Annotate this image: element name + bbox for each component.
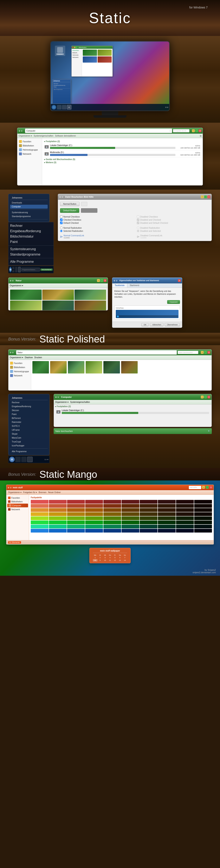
swatch-ye7[interactable] [140, 512, 157, 516]
thumb-3[interactable] [74, 289, 106, 300]
drive-d-item[interactable]: 💾 Multimedia (D:) NTFS 643 GB frei von 4… [43, 150, 201, 157]
menu-rechner[interactable]: Rechner [8, 223, 53, 228]
taskbar-icon-2[interactable] [15, 267, 17, 272]
p-suite[interactable]: SUITE II [10, 424, 48, 428]
swatch-y7[interactable] [140, 508, 157, 512]
swatch-yg2[interactable] [49, 517, 67, 520]
default-button[interactable]: Default Button [60, 208, 79, 213]
p-alle[interactable]: Alle Programme [10, 450, 48, 454]
swatch-y5[interactable] [103, 508, 121, 512]
swatch-t8[interactable] [158, 525, 176, 528]
mango-netzwerk[interactable]: Netzwerk [6, 507, 29, 511]
swatch-o7[interactable] [140, 504, 157, 508]
swatch-t7[interactable] [140, 525, 157, 528]
checkbox-default[interactable]: Default Checked [60, 222, 133, 224]
swatch-b3[interactable] [67, 529, 85, 532]
swatch-ye8[interactable] [158, 512, 176, 516]
swatch-ye6[interactable] [121, 512, 139, 516]
polished-close[interactable]: ✕ [208, 351, 210, 354]
polished-address[interactable]: Natur [16, 350, 177, 355]
sidebar-heimnetzgruppe[interactable]: Heimnetzgruppe [17, 148, 42, 152]
search-field-taskbar[interactable]: Programme/Dateien... [21, 268, 40, 272]
polished-thumb-6[interactable] [121, 361, 138, 373]
swatch-g6[interactable] [121, 521, 139, 524]
start-button[interactable]: ⊞ [9, 267, 11, 272]
sidebar-favoriten[interactable]: Favoriten [17, 140, 42, 144]
thumb-close[interactable]: ✕ [104, 279, 107, 282]
ubernehmen-button[interactable]: Übernehmen [165, 323, 180, 327]
p-taskbar-icon-2[interactable] [21, 457, 27, 462]
menu-eingabeaufforderung[interactable]: Eingabeaufforderung [8, 228, 53, 234]
polished-min[interactable]: ─ [201, 351, 204, 354]
menu-systemsteuerung2[interactable]: Systemsteuerung [8, 246, 53, 252]
swatch-ye3[interactable] [67, 512, 85, 516]
swatch-yg4[interactable] [85, 517, 103, 520]
p-paint[interactable]: Paint [10, 412, 48, 416]
swatch-g1[interactable] [31, 521, 48, 524]
commandlink-normal[interactable]: ⊳ Normal CommandLink Subtitle [60, 235, 133, 239]
swatch-g3[interactable] [67, 521, 85, 524]
mango-min[interactable]: ─ [202, 486, 205, 489]
taskbar-icon-3[interactable] [18, 267, 21, 272]
polished-favoriten[interactable]: Favoriten [8, 361, 31, 365]
swatch-y2[interactable] [49, 508, 67, 512]
p-eingabe[interactable]: Eingabeaufforderung [10, 404, 48, 408]
address-bar[interactable]: Computer ▸ [25, 128, 172, 133]
polished-thumb-4[interactable] [86, 361, 102, 373]
thumb-4[interactable] [10, 301, 42, 310]
search-box[interactable]: Computer durchi... [173, 129, 189, 132]
sidebar-netzwerk[interactable]: Netzwerk [17, 152, 42, 156]
start-menu-item-downloads[interactable]: Downloads [10, 201, 48, 205]
close-button[interactable]: ✕ [198, 129, 201, 132]
normal-button[interactable]: Normal Button [60, 202, 79, 206]
swatch-t5[interactable] [103, 525, 121, 528]
p-ulframe[interactable]: UlFrame [10, 428, 48, 432]
menu-bildschirmstatur[interactable]: Bildschirmstatur [8, 234, 53, 239]
swatch-yg7[interactable] [140, 517, 157, 520]
mango-bibliotheken[interactable]: Bibliotheken [6, 500, 29, 503]
mango-close[interactable]: ✕ [210, 486, 212, 489]
swatch-r7[interactable] [140, 500, 157, 504]
swatch-g7[interactable] [140, 521, 157, 524]
taskbar-icon-1[interactable]: 🗁 [12, 267, 14, 272]
swatch-o1[interactable] [31, 504, 48, 508]
polished-thumb-1[interactable] [32, 361, 49, 373]
p-manycam[interactable]: ManyCam [10, 436, 48, 440]
swatch-r6[interactable] [121, 500, 139, 504]
swatch-g9[interactable] [176, 521, 194, 524]
swatch-yg9[interactable] [176, 517, 194, 520]
swatch-g2[interactable] [49, 521, 67, 524]
swatch-b5[interactable] [103, 529, 121, 532]
swatch-y10[interactable] [194, 508, 212, 512]
p-skype[interactable]: Skype [10, 432, 48, 436]
checkbox-normal[interactable]: Normal Checkbox [60, 215, 133, 218]
sidebar-bibliotheken[interactable]: Bibliotheken [17, 144, 42, 148]
swatch-b4[interactable] [85, 529, 103, 532]
swatch-o4[interactable] [85, 504, 103, 508]
checkbox-checked[interactable]: Checked Checkbox [60, 219, 133, 221]
swatch-yg10[interactable] [194, 517, 212, 520]
p-truecrypt[interactable]: TrueCrypt [10, 440, 48, 444]
ctrl-min[interactable]: ─ [201, 195, 204, 198]
polished-search[interactable]: Natur durchsuchen [178, 351, 198, 354]
shutdown-button[interactable]: Herunterfahren [40, 269, 52, 271]
swatch-o5[interactable] [103, 504, 121, 508]
swatch-yg1[interactable] [31, 517, 48, 520]
swatch-y1[interactable] [31, 508, 48, 512]
anpassen-button[interactable]: Anpassen [167, 300, 180, 304]
swatch-ye9[interactable] [176, 512, 194, 516]
swatch-o9[interactable] [176, 504, 194, 508]
swatch-b2[interactable] [49, 529, 67, 532]
thumb-6[interactable] [74, 301, 106, 310]
start-menu-item-standardprogramme[interactable]: Standardprogramme [10, 214, 48, 218]
menu-standardprogramme2[interactable]: Standardprogramme [8, 252, 53, 257]
swatch-r5[interactable] [103, 500, 121, 504]
polished-heimnetzgruppe[interactable]: Heimnetzgruppe [8, 369, 31, 373]
swatch-r3[interactable] [67, 500, 85, 504]
radio-selected[interactable]: Selected Radiobutton [60, 230, 133, 232]
drive-c-item[interactable]: 💾 Lokaler Datenträger (C:) NTFS 220 GB f… [43, 143, 201, 150]
swatch-t1[interactable] [31, 525, 48, 528]
swatch-o3[interactable] [67, 504, 85, 508]
mango-max[interactable]: □ [206, 486, 209, 489]
swatch-g4[interactable] [85, 521, 103, 524]
